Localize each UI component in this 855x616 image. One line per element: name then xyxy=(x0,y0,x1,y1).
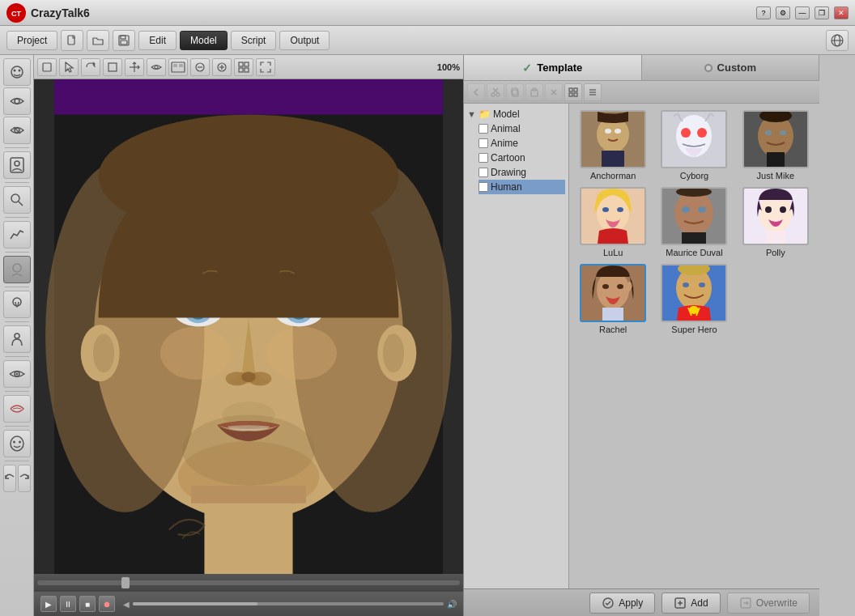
tool-graph[interactable] xyxy=(3,221,31,249)
tool-face-edit[interactable] xyxy=(3,256,31,283)
svg-point-51 xyxy=(160,327,231,380)
svg-point-10 xyxy=(13,70,15,72)
custom-tab[interactable]: Custom xyxy=(642,55,820,80)
template-tab[interactable]: ✓ Template xyxy=(464,55,642,80)
tree-item-anime[interactable]: Anime xyxy=(479,136,565,151)
tool-search[interactable] xyxy=(3,186,31,214)
tree-item-drawing[interactable]: Drawing xyxy=(479,165,565,180)
timeline-bar[interactable] xyxy=(37,580,460,585)
tool-eye-detail[interactable] xyxy=(3,360,31,388)
svg-point-121 xyxy=(780,206,786,213)
thumb-label-justmike: Just Mike xyxy=(757,171,794,181)
rt-back[interactable] xyxy=(467,83,485,101)
thumb-label-lulu: LuLu xyxy=(603,248,623,257)
rt-cut[interactable] xyxy=(487,83,504,101)
minimize-button[interactable]: — xyxy=(795,6,810,19)
tree-checkbox-anime[interactable] xyxy=(479,138,488,148)
rt-paste[interactable] xyxy=(525,83,543,101)
restore-button[interactable]: ❐ xyxy=(815,6,829,19)
vp-minus[interactable] xyxy=(190,58,210,76)
vp-move[interactable] xyxy=(125,58,144,76)
open-btn[interactable] xyxy=(87,30,109,51)
model-menu[interactable]: Model xyxy=(180,31,228,50)
save-btn[interactable] xyxy=(113,30,135,51)
new-btn[interactable] xyxy=(61,30,83,51)
tree-item-human[interactable]: Human xyxy=(479,180,565,194)
tool-brush[interactable] xyxy=(3,291,31,318)
rt-delete[interactable] xyxy=(545,83,563,101)
vp-cursor[interactable] xyxy=(59,58,79,76)
tool-face-mask[interactable] xyxy=(3,430,31,457)
globe-icon[interactable] xyxy=(826,30,849,51)
settings-button[interactable]: ⚙ xyxy=(776,6,790,19)
vp-select[interactable] xyxy=(37,58,57,76)
help-button[interactable]: ? xyxy=(756,6,771,19)
right-tabs: ✓ Template Custom xyxy=(464,55,819,81)
tool-face-view[interactable] xyxy=(3,58,31,86)
svg-rect-88 xyxy=(569,93,572,96)
timeline-marker[interactable] xyxy=(121,577,130,588)
tool-lips[interactable] xyxy=(3,395,31,423)
vp-eye-icon[interactable] xyxy=(147,58,166,76)
tree-checkbox-animal[interactable] xyxy=(479,124,488,134)
vp-plus[interactable] xyxy=(212,58,232,76)
script-menu[interactable]: Script xyxy=(231,31,277,50)
menubar: Project Edit Model Script Output xyxy=(0,26,855,55)
overwrite-button[interactable]: Overwrite xyxy=(727,593,810,614)
thumb-superhero[interactable]: Super Hero xyxy=(657,264,731,334)
svg-point-76 xyxy=(491,93,495,96)
svg-point-95 xyxy=(605,129,611,134)
svg-point-113 xyxy=(674,190,713,236)
viewport-canvas[interactable] xyxy=(34,79,463,574)
vp-viewport-icon[interactable] xyxy=(168,58,188,76)
tree-item-animal[interactable]: Animal xyxy=(479,121,565,136)
apply-button[interactable]: Apply xyxy=(589,593,655,614)
add-button[interactable]: Add xyxy=(661,593,720,614)
vp-fit[interactable] xyxy=(234,58,253,76)
rt-copy[interactable] xyxy=(506,83,524,101)
tree-item-cartoon[interactable]: Cartoon xyxy=(479,151,565,165)
redo-btn[interactable] xyxy=(18,465,31,492)
thumb-anchorman[interactable]: Anchorman xyxy=(576,110,650,181)
project-menu[interactable]: Project xyxy=(6,31,57,50)
thumb-rachel[interactable]: Rachel xyxy=(576,264,650,334)
pause-button[interactable]: ⏸ xyxy=(60,596,76,612)
vp-resize[interactable] xyxy=(256,58,275,76)
record-button[interactable]: ⏺ xyxy=(99,596,115,612)
undo-btn[interactable] xyxy=(3,465,16,492)
output-menu[interactable]: Output xyxy=(279,31,330,50)
tree-checkbox-cartoon[interactable] xyxy=(479,153,488,163)
svg-rect-43 xyxy=(239,68,243,72)
edit-menu[interactable]: Edit xyxy=(138,31,177,50)
divider-4 xyxy=(5,252,29,253)
thumb-img-justmike xyxy=(742,110,809,168)
thumb-justmike[interactable]: Just Mike xyxy=(738,110,813,181)
tree-root-model[interactable]: ▼ 📁 Model xyxy=(467,107,565,121)
close-button[interactable]: ✕ xyxy=(834,6,849,19)
tree-checkbox-human[interactable] xyxy=(479,182,488,192)
svg-point-115 xyxy=(698,206,706,213)
vp-rect[interactable] xyxy=(103,58,122,76)
thumb-lulu[interactable]: LuLu xyxy=(576,187,650,257)
tool-eye-closed[interactable] xyxy=(3,117,31,144)
vp-rotate[interactable] xyxy=(81,58,100,76)
rt-view-list[interactable] xyxy=(584,83,602,101)
tool-person[interactable] xyxy=(3,325,31,353)
play-button[interactable]: ▶ xyxy=(40,596,57,612)
thumb-maurice[interactable]: Maurice Duval xyxy=(657,187,731,257)
right-split: ▼ 📁 Model Animal Anime Cartoon xyxy=(464,104,819,588)
svg-rect-46 xyxy=(54,79,443,115)
tree-checkbox-drawing[interactable] xyxy=(479,168,488,177)
thumb-cyborg[interactable]: Cyborg xyxy=(657,110,731,181)
tool-eye-open[interactable] xyxy=(3,87,31,115)
svg-point-105 xyxy=(780,130,786,135)
main-content: 100% xyxy=(0,55,855,616)
svg-point-120 xyxy=(765,206,772,213)
svg-rect-35 xyxy=(179,64,183,67)
tool-portrait[interactable] xyxy=(3,151,31,179)
divider-2 xyxy=(5,182,29,183)
thumb-polly[interactable]: Polly xyxy=(738,187,813,257)
thumb-img-superhero xyxy=(661,264,727,322)
rt-view-grid[interactable] xyxy=(564,83,582,101)
stop-button[interactable]: ■ xyxy=(79,596,96,612)
